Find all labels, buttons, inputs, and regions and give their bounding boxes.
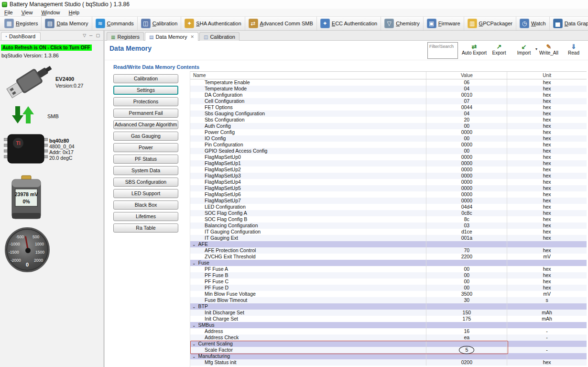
table-row-power-config[interactable]: Power Config0000hex (190, 129, 587, 135)
toolbar-data-graph[interactable]: ▅Data Graph (550, 17, 588, 30)
category-led-support[interactable]: LED Support (113, 189, 178, 198)
column-header-unit[interactable]: Unit (507, 72, 587, 79)
table-row-flagmapsetup6[interactable]: FlagMapSetUp60000hex (190, 191, 587, 198)
category-permanent-fail[interactable]: Permanent Fail (113, 109, 178, 118)
table-row-led-configuration[interactable]: LED Configuration04d4hex (190, 204, 587, 210)
table-row-address-check[interactable]: Address Checkea- (190, 334, 587, 341)
table-row-balancing-configuration[interactable]: Balancing Configuration03hex (190, 222, 587, 229)
table-row-flagmapsetup5[interactable]: FlagMapSetUp50000hex (190, 185, 587, 191)
table-row-scale-factor[interactable]: Scale Factor5- (190, 347, 587, 353)
table-row-temperature-mode[interactable]: Temperature Mode04hex (190, 86, 587, 92)
table-row-pf-fuse-c[interactable]: PF Fuse C00hex (190, 278, 587, 285)
chevron-down-icon[interactable]: ⌄ (192, 304, 196, 309)
maximize-icon[interactable]: ▢ (96, 33, 100, 38)
table-row-flagmapsetup7[interactable]: FlagMapSetUp70000hex (190, 198, 587, 204)
column-header-value[interactable]: Value (426, 72, 507, 79)
toolbar-calibration[interactable]: ◫Calibration (138, 17, 182, 30)
table-row-flagmapsetup4[interactable]: FlagMapSetUp40000hex (190, 179, 587, 185)
tab-calibration[interactable]: ◫Calibration (199, 32, 240, 41)
table-row-da-configuration[interactable]: DA Configuration0010hex (190, 92, 587, 98)
table-row-temperature-enable[interactable]: Temperature Enable06hex (190, 79, 587, 86)
table-row-min-blow-fuse-voltage[interactable]: Min Blow Fuse Voltage3500mV (190, 291, 587, 297)
category-gas-gauging[interactable]: Gas Gauging (113, 132, 178, 141)
menu-window[interactable]: Window (37, 10, 64, 15)
table-row-sbs-gauging-configuration[interactable]: Sbs Gauging Configuration04hex (190, 111, 587, 117)
category-power[interactable]: Power (113, 143, 178, 152)
table-row-zvchg-exit-threshold[interactable]: ZVCHG Exit Threshold2200mV (190, 254, 587, 260)
chevron-down-icon[interactable]: ⌄ (192, 342, 196, 346)
table-section-fuse[interactable]: ⌄Fuse (190, 260, 587, 266)
category-black-box[interactable]: Black Box (113, 200, 178, 210)
category-pf-status[interactable]: PF Status (113, 155, 178, 164)
action-write-all[interactable]: ✎Write_All (536, 42, 561, 56)
toolbar-gpcpackager[interactable]: ▥GPCPackager (464, 17, 516, 30)
table-row-pf-fuse-a[interactable]: PF Fuse A00hex (190, 266, 587, 272)
table-row-pin-configuration[interactable]: Pin Configuration0000hex (190, 142, 587, 148)
menu-file[interactable]: File (0, 10, 17, 15)
action-auto-export[interactable]: ⇄Auto Export (462, 42, 487, 56)
menu-help[interactable]: Help (65, 10, 84, 15)
category-calibration[interactable]: Calibration (113, 74, 178, 83)
tab-registers[interactable]: ▦Registers (107, 32, 144, 41)
table-row-soc-flag-config-a[interactable]: SOC Flag Config A0c8chex (190, 210, 587, 216)
table-section-current-scaling[interactable]: ⌄Current Scaling (190, 341, 587, 347)
action-import[interactable]: ↙Import▾ (512, 42, 536, 56)
chevron-down-icon[interactable]: ⌄ (192, 261, 196, 266)
table-row-init-charge-set[interactable]: Init Charge Set175mAh (190, 316, 587, 322)
table-row-soc-flag-config-b[interactable]: SOC Flag Config B8chex (190, 216, 587, 222)
category-settings[interactable]: Settings (113, 86, 178, 95)
dashboard-tab[interactable]: ◔ DashBoard (1, 32, 41, 40)
table-row-flagmapsetup1[interactable]: FlagMapSetUp10000hex (190, 160, 587, 167)
toolbar-commands[interactable]: ≋Commands (92, 17, 138, 30)
toolbar-firmware[interactable]: ▣Firmware (424, 17, 464, 30)
toolbar-registers[interactable]: ▦Registers (1, 17, 42, 30)
tab-data-memory[interactable]: ▤Data Memory✕ (145, 32, 198, 41)
table-section-smbus[interactable]: ⌄SMBus (190, 322, 587, 328)
table-row-auth-config[interactable]: Auth Config00hex (190, 123, 587, 129)
chevron-down-icon[interactable]: ⌄ (192, 242, 196, 247)
table-section-btp[interactable]: ⌄BTP (190, 303, 587, 310)
minimize-icon[interactable]: ─ (89, 33, 92, 38)
table-row-it-gauging-ext[interactable]: IT Gauging Ext001ahex (190, 235, 587, 241)
toolbar-chemistry[interactable]: ▽Chemistry (381, 17, 424, 30)
action-read[interactable]: ⇓Read (561, 42, 586, 56)
table-row-flagmapsetup0[interactable]: FlagMapSetUp00000hex (190, 154, 587, 160)
toolbar-watch[interactable]: ◷Watch (516, 17, 550, 30)
toolbar-sha-authentication[interactable]: ✦SHA Authentication (181, 17, 245, 30)
table-row-pf-fuse-b[interactable]: PF Fuse B00hex (190, 272, 587, 278)
category-advanced-charge-algorithm[interactable]: Advanced Charge Algorithm (113, 120, 178, 129)
table-row-gpio-sealed-access-config[interactable]: GPIO Sealed Access Config00hex (190, 148, 587, 154)
action-export[interactable]: ↗Export (487, 42, 512, 56)
table-section-afe[interactable]: ⌄AFE (190, 241, 587, 247)
category-ra-table[interactable]: Ra Table (113, 223, 178, 233)
table-row-flagmapsetup2[interactable]: FlagMapSetUp20000hex (190, 167, 587, 173)
table-row-pf-fuse-d[interactable]: PF Fuse D00hex (190, 285, 587, 291)
table-row-cell-configuration[interactable]: Cell Configuration07hex (190, 98, 587, 104)
table-row-io-config[interactable]: IO Config00hex (190, 135, 587, 142)
table-row-mfg-status-init[interactable]: Mfg Status init0200hex (190, 359, 587, 366)
table-row-fuse-blow-timeout[interactable]: Fuse Blow Timeout30s (190, 297, 587, 303)
category-lifetimes[interactable]: Lifetimes (113, 212, 178, 221)
filter-search-input[interactable] (427, 42, 458, 59)
table-row-fet-options[interactable]: FET Options0044hex (190, 104, 587, 111)
menu-view[interactable]: View (17, 10, 37, 15)
table-row-init-discharge-set[interactable]: Init Discharge Set150mAh (190, 310, 587, 316)
tab-close-icon[interactable]: ✕ (190, 34, 194, 39)
table-row-address[interactable]: Address16- (190, 328, 587, 334)
toolbar-data-memory[interactable]: ▤Data Memory (42, 17, 92, 30)
panel-menu-icon[interactable]: ▽ (83, 33, 86, 38)
toolbar-ecc-authentication[interactable]: ✦ECC Authentication (317, 17, 381, 30)
auto-refresh-banner[interactable]: Auto Refresh is ON - Click to Turn OFF (1, 44, 92, 51)
category-protections[interactable]: Protections (113, 97, 178, 106)
table-row-flagmapsetup3[interactable]: FlagMapSetUp30000hex (190, 173, 587, 179)
category-sbs-configuration[interactable]: SBS Configuration (113, 178, 178, 187)
chevron-down-icon[interactable]: ⌄ (192, 323, 196, 328)
table-section-manufacturing[interactable]: ⌄Manufacturing (190, 353, 587, 359)
column-header-name[interactable]: Name (190, 72, 426, 79)
category-system-data[interactable]: System Data (113, 166, 178, 175)
table-row-it-gauging-configuration[interactable]: IT Gauging Configurationd1cehex (190, 229, 587, 235)
chevron-down-icon[interactable]: ⌄ (192, 354, 196, 359)
table-row-sbs-configuration[interactable]: Sbs Configuration20hex (190, 117, 587, 123)
table-row-afe-protection-control[interactable]: AFE Protection Control70hex (190, 247, 587, 254)
toolbar-advanced-comm-smb[interactable]: ⇄Advanced Comm SMB (245, 17, 317, 30)
